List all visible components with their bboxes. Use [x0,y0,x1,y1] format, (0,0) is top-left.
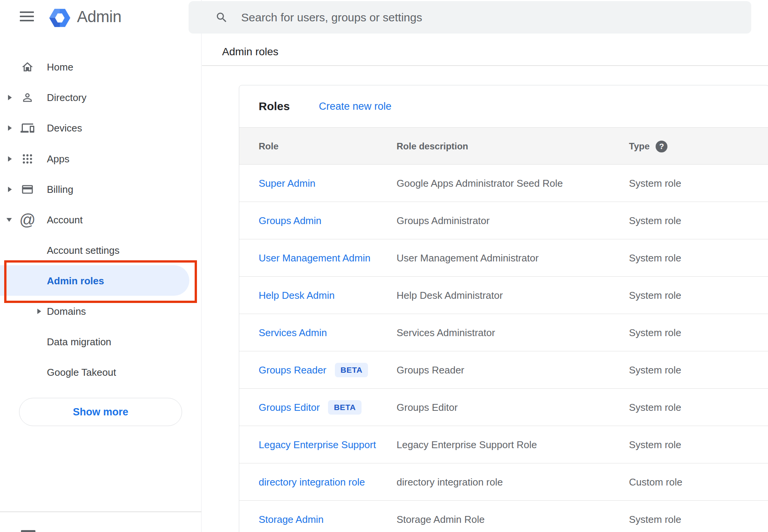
table-row: directory integration roledirectory inte… [239,463,768,501]
role-type-cell: System role [629,165,681,202]
table-row: Legacy Enterprise SupportLegacy Enterpri… [239,426,768,463]
table-row: Help Desk AdminHelp Desk AdministratorSy… [239,277,768,314]
chevron-right-icon[interactable] [8,125,12,131]
role-link[interactable]: Storage Admin [259,514,324,526]
role-description-cell: Groups Editor [397,389,458,426]
table-header-row: Role Role description Type ? [239,127,768,165]
role-link[interactable]: Help Desk Admin [259,290,334,301]
breadcrumb: Admin roles [222,46,278,58]
sidebar-item-label: Account settings [47,245,120,256]
help-icon[interactable]: ? [656,141,667,152]
role-type-cell: System role [629,202,681,239]
role-description-cell: Groups Administrator [397,202,490,239]
column-header-role: Role [259,128,278,165]
menu-icon[interactable] [20,11,34,21]
sidebar-item-devices[interactable]: Devices [0,113,201,143]
role-description-cell: Groups Reader [397,351,464,389]
role-link[interactable]: Super Admin [259,178,315,189]
sidebar-item-apps[interactable]: Apps [0,144,201,174]
table-row: Groups ReaderBETAGroups ReaderSystem rol… [239,351,768,389]
role-cell: Super Admin [259,165,315,202]
role-link[interactable]: directory integration role [259,476,365,488]
partial-icon [21,530,35,532]
role-type-cell: System role [629,426,681,463]
role-description-cell: Google Apps Administrator Seed Role [397,165,563,202]
role-cell: Help Desk Admin [259,277,334,314]
sidebar-item-label: Billing [47,184,73,195]
sidebar-item-label: Data migration [47,336,111,348]
role-cell: Services Admin [259,314,327,351]
role-description-cell: Legacy Enterprise Support Role [397,426,537,463]
role-cell: directory integration role [259,463,365,501]
show-more-button[interactable]: Show more [19,398,182,426]
role-cell: Groups ReaderBETA [259,351,368,389]
role-description-cell: Help Desk Administrator [397,277,503,314]
at-sign-icon: @ [21,213,34,227]
sidebar-item-data-migration[interactable]: Data migration [0,327,201,357]
role-type-cell: System role [629,239,681,277]
card-header: Roles Create new role [239,85,768,127]
page-divider [202,65,768,66]
app-title: Admin [77,8,122,26]
person-icon [21,91,34,104]
sidebar-item-label: Home [47,61,73,73]
search-bar[interactable] [189,1,751,34]
table-row: Super AdminGoogle Apps Administrator See… [239,165,768,202]
credit-card-icon [21,183,34,196]
role-type-cell: Custom role [629,463,682,501]
create-new-role-link[interactable]: Create new role [319,85,392,127]
role-link[interactable]: Legacy Enterprise Support [259,439,376,451]
role-link[interactable]: User Management Admin [259,252,370,264]
role-type-cell: System role [629,351,681,389]
role-description-cell: Storage Admin Role [397,501,485,532]
card-title: Roles [259,85,290,127]
role-description-cell: directory integration role [397,463,503,501]
role-description-cell: User Management Administrator [397,239,539,277]
sidebar-item-home[interactable]: Home [0,52,201,82]
role-link[interactable]: Groups Reader [259,364,326,376]
search-icon [215,11,228,26]
sidebar-divider [0,511,202,512]
sidebar: Admin HomeDirectoryDevicesAppsBilling@Ac… [0,0,202,532]
beta-badge: BETA [328,400,362,415]
table-row: Storage AdminStorage Admin RoleSystem ro… [239,501,768,532]
annotation-red-box [4,260,197,303]
table-row: Services AdminServices AdministratorSyst… [239,314,768,351]
chevron-right-icon[interactable] [37,309,41,314]
role-cell: Legacy Enterprise Support [259,426,376,463]
sidebar-item-label: Google Takeout [47,367,116,378]
devices-icon [21,121,34,135]
sidebar-item-google-takeout[interactable]: Google Takeout [0,357,201,388]
table-row: Groups AdminGroups AdministratorSystem r… [239,202,768,239]
sidebar-item-label: Domains [47,306,86,317]
sidebar-item-label: Apps [47,153,69,165]
chevron-right-icon[interactable] [8,156,12,162]
sidebar-item-billing[interactable]: Billing [0,174,201,205]
role-type-cell: System role [629,277,681,314]
admin-logo-icon [48,6,72,31]
table-row: Groups EditorBETAGroups EditorSystem rol… [239,389,768,426]
table-row: User Management AdminUser Management Adm… [239,239,768,277]
sidebar-item-label: Directory [47,92,86,104]
column-header-type: Type ? [629,128,667,165]
search-input[interactable] [241,1,736,34]
sidebar-item-label: Devices [47,122,82,134]
role-link[interactable]: Groups Editor [259,402,320,413]
sidebar-item-account[interactable]: @Account [0,205,201,235]
sidebar-item-label: Account [47,214,83,226]
chevron-right-icon[interactable] [8,95,12,100]
chevron-right-icon[interactable] [8,187,12,192]
role-type-cell: System role [629,314,681,351]
home-icon [21,60,34,74]
apps-icon [21,152,34,166]
chevron-down-icon[interactable] [6,218,12,222]
role-cell: User Management Admin [259,239,370,277]
role-cell: Storage Admin [259,501,324,532]
role-description-cell: Services Administrator [397,314,495,351]
roles-table-body: Super AdminGoogle Apps Administrator See… [239,165,768,532]
role-link[interactable]: Groups Admin [259,215,322,227]
roles-card: Roles Create new role Role Role descript… [239,85,768,532]
sidebar-item-directory[interactable]: Directory [0,82,201,113]
role-type-cell: System role [629,501,681,532]
role-link[interactable]: Services Admin [259,327,327,339]
